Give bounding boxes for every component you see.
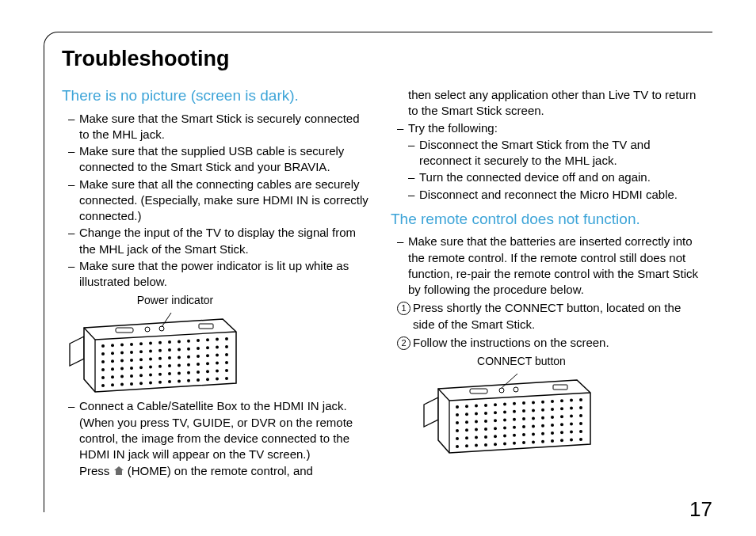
svg-point-170 xyxy=(456,445,459,448)
svg-point-83 xyxy=(178,380,181,383)
svg-point-32 xyxy=(225,345,228,348)
svg-point-129 xyxy=(465,420,468,424)
svg-point-65 xyxy=(139,374,143,377)
dash-icon: – xyxy=(408,169,419,185)
list-item: – Make sure that the power indicator is … xyxy=(68,258,371,291)
svg-point-67 xyxy=(158,373,162,376)
svg-point-175 xyxy=(503,443,506,446)
dash-icon: – xyxy=(408,137,419,169)
svg-point-128 xyxy=(456,421,459,424)
list-item: – Make sure that the supplied USB cable … xyxy=(68,143,371,176)
svg-point-167 xyxy=(560,431,563,434)
dash-icon: – xyxy=(68,398,79,462)
svg-point-81 xyxy=(158,381,162,384)
svg-point-105 xyxy=(503,403,506,406)
list-item: – Change the input of the TV to display … xyxy=(68,225,371,257)
svg-point-29 xyxy=(197,347,200,350)
svg-point-161 xyxy=(503,435,506,438)
svg-point-54 xyxy=(168,364,171,367)
svg-point-154 xyxy=(570,423,573,426)
svg-point-35 xyxy=(120,359,124,363)
home-icon xyxy=(113,466,124,476)
svg-point-57 xyxy=(197,363,200,366)
svg-point-171 xyxy=(465,444,468,447)
svg-point-107 xyxy=(522,401,525,405)
svg-point-124 xyxy=(551,408,554,411)
svg-point-87 xyxy=(216,378,219,381)
svg-point-31 xyxy=(216,346,219,349)
svg-point-103 xyxy=(484,404,487,407)
svg-point-25 xyxy=(158,349,162,352)
svg-point-34 xyxy=(111,360,114,363)
svg-point-46 xyxy=(225,353,228,356)
svg-point-117 xyxy=(484,412,487,415)
svg-point-176 xyxy=(513,442,516,445)
dash-icon: – xyxy=(397,234,408,298)
svg-point-28 xyxy=(187,348,190,351)
svg-point-59 xyxy=(216,362,219,365)
svg-point-180 xyxy=(551,439,554,443)
svg-point-18 xyxy=(225,337,228,340)
dash-icon: – xyxy=(68,258,79,291)
list-item: – Try the following: xyxy=(397,120,700,136)
topic-remote: The remote control does not function. xyxy=(391,209,700,230)
step-1: 1 Press shortly the CONNECT button, loca… xyxy=(397,300,700,333)
svg-point-13 xyxy=(178,340,181,344)
left-column: There is no picture (screen is dark). – … xyxy=(62,79,371,480)
svg-point-135 xyxy=(522,417,525,420)
figure-connect-button: CONNECT button xyxy=(422,354,700,456)
svg-point-27 xyxy=(178,348,181,352)
smart-stick-illustration xyxy=(68,308,246,395)
svg-point-181 xyxy=(560,439,563,442)
svg-point-130 xyxy=(475,420,478,424)
circled-2-icon: 2 xyxy=(397,336,410,350)
svg-point-146 xyxy=(494,427,497,430)
svg-point-9 xyxy=(139,342,143,345)
svg-point-119 xyxy=(503,411,506,414)
svg-point-14 xyxy=(187,340,190,343)
dash-icon: – xyxy=(408,187,419,203)
svg-marker-95 xyxy=(424,397,438,427)
svg-point-84 xyxy=(187,379,190,382)
svg-point-73 xyxy=(216,370,219,373)
svg-point-24 xyxy=(149,350,152,353)
svg-point-134 xyxy=(513,418,516,421)
svg-point-37 xyxy=(139,358,143,361)
step-2: 2 Follow the instructions on the screen. xyxy=(397,335,700,351)
svg-point-169 xyxy=(579,430,582,433)
svg-point-120 xyxy=(513,410,516,413)
svg-point-104 xyxy=(494,403,497,406)
svg-point-126 xyxy=(570,407,573,410)
dash-icon: – xyxy=(68,143,79,176)
svg-point-66 xyxy=(149,374,152,377)
svg-point-165 xyxy=(541,432,544,435)
svg-point-77 xyxy=(120,383,124,386)
svg-point-15 xyxy=(197,339,200,342)
svg-point-125 xyxy=(560,407,563,410)
svg-point-82 xyxy=(168,380,171,383)
svg-point-23 xyxy=(139,350,143,353)
svg-marker-0 xyxy=(70,336,84,366)
svg-point-19 xyxy=(101,352,105,355)
svg-point-142 xyxy=(456,429,459,432)
svg-point-168 xyxy=(570,431,573,434)
circled-1-icon: 1 xyxy=(397,302,410,315)
continuation-text: then select any application other than L… xyxy=(408,87,700,120)
svg-point-85 xyxy=(197,378,200,382)
press-home-line: Press (HOME) on the remote control, and xyxy=(79,463,371,479)
svg-point-22 xyxy=(130,351,133,354)
svg-point-86 xyxy=(206,378,209,382)
svg-point-71 xyxy=(197,371,200,374)
svg-point-143 xyxy=(465,428,468,431)
svg-point-116 xyxy=(475,412,478,416)
svg-point-106 xyxy=(513,402,516,405)
topic-no-picture: There is no picture (screen is dark). xyxy=(62,86,371,106)
svg-point-166 xyxy=(551,431,554,435)
svg-point-49 xyxy=(120,367,124,371)
svg-point-164 xyxy=(532,432,535,435)
svg-point-44 xyxy=(206,355,209,358)
svg-point-145 xyxy=(484,428,487,431)
svg-point-156 xyxy=(456,437,459,440)
svg-point-72 xyxy=(206,371,209,374)
svg-point-183 xyxy=(579,438,582,441)
